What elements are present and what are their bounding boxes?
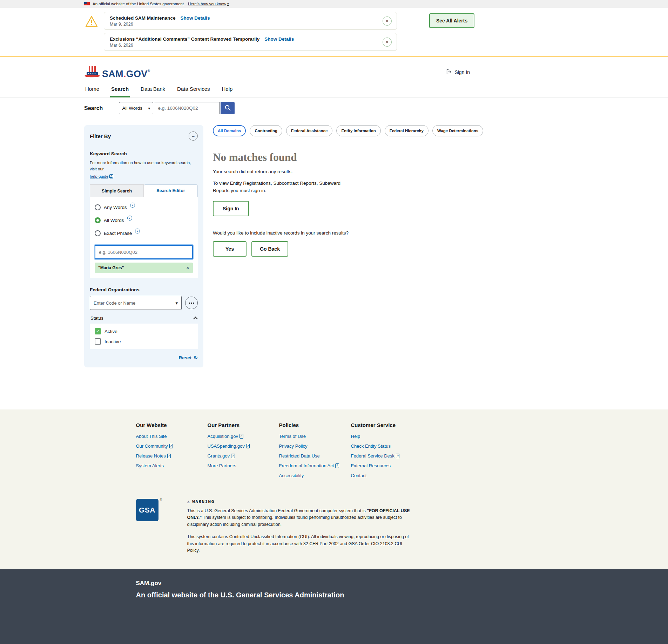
radio-icon[interactable] [95,204,101,210]
search-button[interactable] [221,102,235,114]
warning-paragraph-1: This is a U.S. General Services Administ… [187,508,416,528]
footer-link-restricted-data-use[interactable]: Restricted Data Use [279,453,320,459]
footer-link-check-entity-status[interactable]: Check Entity Status [351,443,391,449]
footer-link-federal-service-desk[interactable]: Federal Service Desk [351,453,394,459]
search-label: Search [84,105,103,111]
logo-text: SAM.GOV® [102,69,150,79]
alert-list: Scheduled SAM Maintenance Show Details M… [104,12,397,51]
yes-button[interactable]: Yes [213,241,247,257]
info-icon[interactable]: i [135,229,140,233]
radio-all-words[interactable]: All Words i [95,216,193,225]
top-hat-icon [84,66,100,79]
search-mode-select[interactable]: All Words ▾ [119,102,153,114]
pill-federal-assistance[interactable]: Federal Assistance [286,125,332,136]
checkbox-icon[interactable]: ✓ [95,328,101,334]
alert-date: Mar 6, 2026 [110,43,294,48]
footer-link-contact[interactable]: Contact [351,473,367,478]
main-nav: Home Search Data Bank Data Services Help [0,82,668,97]
site-header: SAM.GOV® Sign In [84,66,470,79]
pill-federal-hierarchy[interactable]: Federal Hierarchy [385,125,429,136]
checkbox-active[interactable]: ✓ Active [95,328,193,334]
keyword-search-heading: Keyword Search [90,151,198,156]
footer-link-terms-of-use[interactable]: Terms of Use [279,434,306,439]
footer-link-foia[interactable]: Freedom of Information Act [279,463,334,468]
tag-close-icon[interactable]: ✕ [186,266,189,270]
pill-contracting[interactable]: Contracting [250,125,282,136]
radio-exact-phrase[interactable]: Exact Phrase i [95,229,193,238]
external-link-icon: ↗ [335,463,339,468]
gsa-logo: GSA ® [136,499,158,521]
footer-site-name: SAM.gov [136,580,532,587]
sam-gov-logo[interactable]: SAM.GOV® [84,66,150,79]
checkbox-inactive[interactable]: Inactive [95,338,193,345]
search-icon [224,104,231,112]
status-section-header[interactable]: Status [90,316,198,321]
site-footer: Our Website About This Site Our Communit… [0,409,668,569]
more-options-button[interactable]: ⋯ [185,297,198,309]
pill-wage-determinations[interactable]: Wage Determinations [432,125,483,136]
keyword-input[interactable] [95,245,193,259]
nav-search[interactable]: Search [110,82,130,97]
no-matches-heading: No matches found [213,151,472,164]
nav-help[interactable]: Help [221,82,234,97]
footer-link-privacy-policy[interactable]: Privacy Policy [279,443,308,449]
caret-down-icon: ▾ [148,106,150,111]
help-guide-link[interactable]: help guide↗ [90,173,113,179]
close-icon[interactable]: ✕ [383,16,392,26]
footer-link-external-resources[interactable]: External Resources [351,463,391,468]
radio-icon[interactable] [95,217,101,223]
footer-link-more-partners[interactable]: More Partners [208,463,236,468]
info-icon[interactable]: i [130,203,135,208]
collapse-filters-button[interactable]: − [189,131,198,141]
main-content: Filter By − Keyword Search For more info… [0,119,668,409]
keyword-card: Any Words i All Words i Exact Phrase i "… [90,197,198,278]
radio-icon[interactable] [95,230,101,236]
footer-link-release-notes[interactable]: Release Notes [136,453,166,459]
footer-link-accessibility[interactable]: Accessibility [279,473,304,478]
nav-home[interactable]: Home [84,82,100,97]
show-details-link[interactable]: Show Details [264,36,294,42]
warning-paragraph-2: This system contains Controlled Unclassi… [187,534,416,554]
domain-filter-pills: All Domains Contracting Federal Assistan… [213,125,472,136]
nav-data-services[interactable]: Data Services [176,82,211,97]
alert-date: Mar 9, 2026 [110,22,210,27]
inactive-records-question: Would you like to include inactive recor… [213,230,472,236]
federal-organizations-heading: Federal Organizations [90,287,198,292]
footer-link-about-this-site[interactable]: About This Site [136,434,167,439]
footer-link-usaspending-gov[interactable]: USASpending.gov [208,443,245,449]
tab-simple-search[interactable]: Simple Search [90,184,144,197]
external-link-icon: ↗ [167,454,171,458]
footer-link-system-alerts[interactable]: System Alerts [136,463,164,468]
sign-in-link[interactable]: Sign In [446,69,470,76]
footer-link-our-community[interactable]: Our Community [136,443,168,449]
external-link-icon: ↗ [246,444,250,448]
warning-title: WARNING [192,499,214,504]
federal-organizations-select[interactable]: Enter Code or Name ▾ [90,296,182,310]
show-details-link[interactable]: Show Details [181,15,210,21]
chevron-down-icon: ▾ [227,2,229,6]
pill-entity-information[interactable]: Entity Information [336,125,380,136]
reset-filters-link[interactable]: Reset ↻ [90,355,198,360]
footer-link-grants-gov[interactable]: Grants.gov [208,453,230,459]
go-back-button[interactable]: Go Back [251,241,288,257]
filter-by-title: Filter By [90,133,111,139]
check-icon: ✓ [96,329,100,334]
search-input[interactable] [154,102,220,114]
nav-data-bank[interactable]: Data Bank [140,82,166,97]
tab-search-editor[interactable]: Search Editor [144,184,198,197]
external-link-icon: ↗ [169,444,173,448]
reset-icon: ↻ [194,355,198,360]
sign-in-button[interactable]: Sign In [213,201,249,216]
footer-column-our-partners: Our Partners Acquisition.gov↗ USASpendin… [208,422,279,483]
info-icon[interactable]: i [127,216,132,221]
footer-link-help[interactable]: Help [351,434,360,439]
pill-all-domains[interactable]: All Domains [213,125,246,136]
no-results-message: Your search did not return any results. [213,169,472,174]
footer-link-acquisition-gov[interactable]: Acquisition.gov [208,434,238,439]
close-icon[interactable]: ✕ [383,38,392,47]
see-all-alerts-button[interactable]: See All Alerts [429,13,474,28]
how-you-know-link[interactable]: Here’s how you know▾ [188,2,229,6]
radio-any-words[interactable]: Any Words i [95,203,193,212]
alerts-section: Scheduled SAM Maintenance Show Details M… [0,8,668,57]
checkbox-icon[interactable] [95,338,101,345]
